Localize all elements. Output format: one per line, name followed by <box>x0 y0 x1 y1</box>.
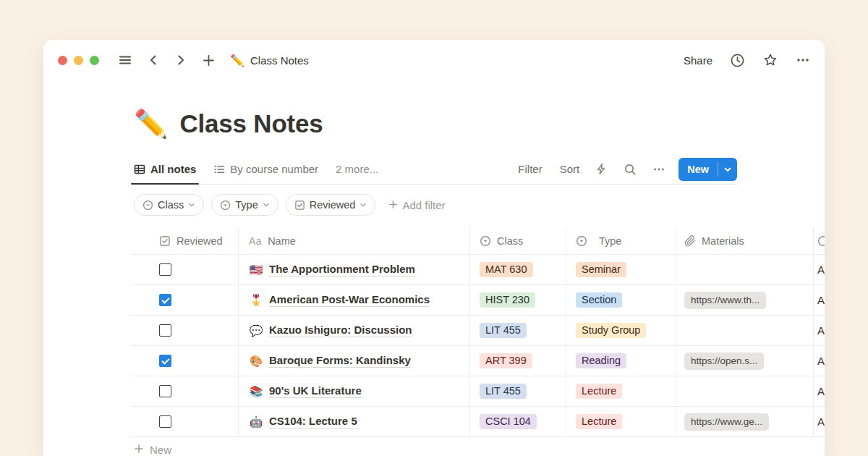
select-property-icon <box>576 235 587 247</box>
breadcrumb[interactable]: ✏️ Class Notes <box>230 54 309 67</box>
row-page-link[interactable]: Baroque Forms: Kandinsky <box>269 354 411 368</box>
filter-chip-type[interactable]: Type <box>211 194 278 216</box>
clipped-cell-text: A <box>817 385 825 397</box>
close-window-button[interactable] <box>58 56 67 65</box>
text-property-icon: Aa <box>249 235 262 247</box>
clock-icon[interactable] <box>730 53 745 68</box>
row-checkbox[interactable] <box>159 385 171 397</box>
column-header-reviewed[interactable]: Reviewed <box>130 227 239 254</box>
doc-title-label: Class Notes <box>250 54 309 67</box>
tab-all-notes[interactable]: All notes <box>134 154 196 184</box>
new-page-icon[interactable] <box>202 54 216 67</box>
class-tag[interactable]: HIST 230 <box>480 292 535 308</box>
back-icon[interactable] <box>147 54 160 67</box>
select-property-icon <box>142 200 153 211</box>
column-label: Reviewed <box>176 235 223 247</box>
column-header-type[interactable]: Type <box>566 227 676 254</box>
page-icon[interactable]: ✏️ <box>134 110 168 138</box>
table-row[interactable]: 📚90's UK Literature LIT 455 Lecture A <box>130 376 825 407</box>
materials-link[interactable]: https://open.s... <box>684 352 764 370</box>
automation-bolt-icon[interactable] <box>595 163 608 175</box>
clipped-cell-text: A <box>817 415 825 428</box>
class-tag[interactable]: ART 399 <box>480 353 532 368</box>
select-property-icon <box>817 235 825 247</box>
row-checkbox[interactable] <box>159 324 171 337</box>
column-label: Materials <box>702 235 744 247</box>
table-row[interactable]: 🇺🇸The Apportionment Problem MAT 630 Semi… <box>130 255 825 285</box>
doc-icon: ✏️ <box>230 54 244 67</box>
view-options-icon[interactable] <box>652 163 665 176</box>
materials-link[interactable]: https://www.th... <box>684 292 766 309</box>
more-views-button[interactable]: 2 more... <box>336 154 378 184</box>
type-tag[interactable]: Study Group <box>576 323 646 338</box>
type-tag[interactable]: Reading <box>576 353 626 368</box>
class-tag[interactable]: CSCI 104 <box>480 414 537 429</box>
filter-button[interactable]: Filter <box>518 163 542 175</box>
share-button[interactable]: Share <box>684 54 712 67</box>
forward-icon[interactable] <box>174 54 187 67</box>
row-page-link[interactable]: Kazuo Ishiguro: Discussion <box>269 324 412 337</box>
list-view-icon <box>213 164 225 175</box>
column-header-materials[interactable]: Materials <box>676 227 814 254</box>
class-tag[interactable]: LIT 455 <box>480 384 527 399</box>
page-title-text[interactable]: Class Notes <box>179 109 323 138</box>
row-checkbox[interactable] <box>159 415 171 428</box>
search-icon[interactable] <box>624 163 637 176</box>
row-checkbox[interactable] <box>159 294 171 306</box>
row-page-link[interactable]: American Post-War Economics <box>269 293 430 307</box>
row-page-link[interactable]: 90's UK Literature <box>269 384 362 398</box>
row-page-icon: 🎖️ <box>249 294 263 307</box>
database-table: Reviewed Aa Name Class Type <box>130 227 825 437</box>
table-row[interactable]: 🤖CS104: Lecture 5 CSCI 104 Lecture https… <box>130 407 825 437</box>
chip-label: Class <box>158 199 184 211</box>
tab-by-course-number[interactable]: By course number <box>213 154 318 184</box>
row-checkbox[interactable] <box>159 263 171 276</box>
row-page-icon: 🇺🇸 <box>249 263 263 276</box>
column-header-name[interactable]: Aa Name <box>239 227 470 254</box>
maximize-window-button[interactable] <box>90 56 99 65</box>
column-header-class[interactable]: Class <box>470 227 566 254</box>
new-dropdown-icon[interactable] <box>718 158 737 181</box>
checkbox-property-icon <box>294 200 305 211</box>
sort-button[interactable]: Sort <box>560 163 580 175</box>
row-page-link[interactable]: CS104: Lecture 5 <box>269 415 357 428</box>
more-options-icon[interactable] <box>796 53 810 67</box>
add-row-button[interactable]: New <box>134 444 825 456</box>
row-page-icon: 💬 <box>249 324 263 337</box>
tab-label: By course number <box>230 163 318 175</box>
tab-label: All notes <box>150 163 196 175</box>
type-tag[interactable]: Lecture <box>576 414 622 429</box>
table-row[interactable]: 🎖️American Post-War Economics HIST 230 S… <box>130 285 825 316</box>
chip-label: Type <box>235 199 258 211</box>
new-button[interactable]: New <box>678 158 718 181</box>
view-bar: All notes By course number 2 more... Fil… <box>134 154 737 185</box>
new-button-group: New <box>678 158 737 181</box>
chevron-down-icon <box>188 201 195 208</box>
window-controls <box>58 56 99 65</box>
plus-icon <box>388 199 398 211</box>
select-property-icon <box>480 235 491 247</box>
add-filter-button[interactable]: Add filter <box>388 199 445 211</box>
type-tag[interactable]: Section <box>576 292 622 308</box>
star-icon[interactable] <box>762 52 778 68</box>
type-tag[interactable]: Lecture <box>576 384 622 399</box>
class-tag[interactable]: LIT 455 <box>480 323 527 338</box>
filter-chip-reviewed[interactable]: Reviewed <box>286 194 376 216</box>
table-row[interactable]: 🎨Baroque Forms: Kandinsky ART 399 Readin… <box>130 346 825 376</box>
filter-chip-class[interactable]: Class <box>134 194 204 216</box>
row-checkbox[interactable] <box>159 355 171 367</box>
app-window: ✏️ Class Notes Share ✏️ Class Notes A <box>43 40 825 456</box>
minimize-window-button[interactable] <box>74 56 83 65</box>
menu-icon[interactable] <box>118 53 132 67</box>
type-tag[interactable]: Seminar <box>576 262 626 277</box>
clipped-cell-text: A <box>817 324 825 337</box>
more-views-label: 2 more... <box>336 163 378 175</box>
row-page-link[interactable]: The Apportionment Problem <box>269 263 415 276</box>
plus-icon <box>134 444 144 456</box>
window-toolbar: ✏️ Class Notes Share <box>43 40 825 80</box>
column-header-partial[interactable] <box>814 227 825 254</box>
class-tag[interactable]: MAT 630 <box>480 262 533 277</box>
table-row[interactable]: 💬Kazuo Ishiguro: Discussion LIT 455 Stud… <box>130 316 825 346</box>
column-label: Type <box>599 235 621 247</box>
materials-link[interactable]: https://www.ge... <box>684 413 769 431</box>
